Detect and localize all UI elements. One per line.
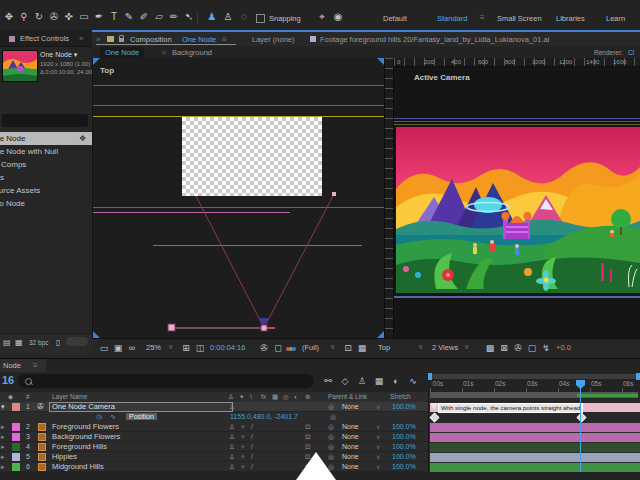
project-item[interactable]: Source Assets	[0, 184, 92, 197]
hide-shy-icon[interactable]: ♙	[356, 376, 368, 386]
view-layout-select[interactable]: 2 Views	[432, 343, 458, 352]
safe-margins-icon[interactable]: ⊞	[180, 343, 192, 353]
3d-switch[interactable]: ⊡	[305, 433, 310, 441]
pickwhip-icon[interactable]: ◎	[328, 443, 334, 451]
view-options-icon[interactable]: ⊠	[498, 343, 510, 353]
quality-switch[interactable]: /	[251, 453, 253, 460]
project-item[interactable]: One Node with Null	[0, 145, 92, 158]
parent-dropdown-arrow[interactable]: ∨	[376, 463, 380, 470]
primary-viewer-icon[interactable]: ▣	[112, 343, 124, 353]
resolution-select[interactable]: (Full)	[302, 343, 319, 352]
collapse-switch[interactable]: ✧	[240, 423, 245, 431]
layer-duration-bar[interactable]	[430, 443, 640, 452]
stretch-value[interactable]: 100.0%	[392, 463, 416, 470]
shy-switch[interactable]: ♙	[229, 463, 235, 471]
quality-icon[interactable]: \	[250, 393, 252, 400]
parent-select[interactable]: None	[342, 433, 359, 440]
layer-duration-bar[interactable]	[430, 423, 640, 432]
parent-dropdown-arrow[interactable]: ∨	[376, 453, 380, 460]
vertical-ruler[interactable]	[384, 58, 394, 338]
motion-blur-icon[interactable]: ◐	[390, 376, 402, 386]
layer-marker[interactable]	[430, 403, 438, 410]
timeline-search-input[interactable]	[18, 374, 314, 388]
layer-name-box[interactable]: One Node Camera	[49, 402, 233, 412]
stretch-value[interactable]: 100.0%	[392, 453, 416, 460]
parent-select[interactable]: None	[342, 463, 359, 470]
parent-dropdown-arrow[interactable]: ∨	[376, 433, 380, 440]
parent-select[interactable]: None	[342, 403, 359, 410]
layer-duration-bar[interactable]	[430, 433, 640, 442]
parent-select[interactable]: None	[342, 443, 359, 450]
pickwhip-icon[interactable]: ◎	[330, 413, 336, 421]
mask-visibility-icon[interactable]: ◫	[194, 343, 206, 353]
layer-row[interactable]: ▸6Midground Hills♙✧/⊡◎None∨100.0%	[0, 462, 428, 472]
pickwhip-icon[interactable]: ◎	[328, 403, 334, 411]
navigator-handle-right[interactable]	[636, 373, 640, 380]
layer-expand-arrow[interactable]: ▾	[1, 403, 5, 411]
layer-expand-arrow[interactable]: ▸	[1, 453, 5, 461]
quality-switch[interactable]: /	[251, 463, 253, 470]
collapse-switch[interactable]: ✧	[240, 453, 245, 461]
color-depth-label[interactable]: 32 bpc	[29, 339, 49, 346]
vr-view-icon[interactable]: ∞	[126, 343, 138, 353]
time-navigator[interactable]	[430, 374, 638, 379]
stretch-value[interactable]: 100.0%	[392, 403, 416, 410]
top-view[interactable]: Top	[93, 58, 384, 338]
parent-dropdown-arrow[interactable]: ∨	[376, 403, 380, 410]
fast-previews-icon[interactable]: ↯	[540, 343, 552, 353]
camera-frustum[interactable]	[93, 58, 384, 338]
column-stretch[interactable]: Stretch	[390, 393, 411, 400]
layer-label-color[interactable]	[12, 423, 20, 431]
magnification-dropdown-arrow[interactable]: ∨	[168, 343, 173, 351]
parent-select[interactable]: None	[342, 423, 359, 430]
3d-switch[interactable]: ⊡	[305, 443, 310, 451]
layer-expand-arrow[interactable]: ▸	[1, 423, 5, 431]
shared-views-icon[interactable]: ▩	[484, 343, 496, 353]
timeline-tab-label[interactable]: Node	[3, 361, 21, 370]
shy-icon[interactable]: ♙	[228, 393, 234, 401]
layer-label-color[interactable]	[12, 453, 20, 461]
stopwatch-icon[interactable]: ◷	[96, 413, 102, 421]
shy-switch[interactable]: ♙	[229, 453, 235, 461]
trash-icon[interactable]: ▯	[56, 338, 60, 348]
adjustment-layer-icon[interactable]: ◐	[294, 393, 298, 400]
collapse-switch[interactable]: ✧	[240, 433, 245, 441]
camera-wireframe-icon[interactable]: ✇	[512, 343, 524, 353]
parent-dropdown-arrow[interactable]: ∨	[376, 443, 380, 450]
layer-duration-bar[interactable]	[430, 463, 640, 472]
draft-3d-icon[interactable]: ◇	[339, 376, 351, 386]
column-layer-name[interactable]: Layer Name	[52, 393, 87, 400]
pixel-aspect-icon[interactable]: ▢	[526, 343, 538, 353]
timeline-timecode[interactable]: 16	[2, 374, 14, 386]
layer-expand-arrow[interactable]: ▸	[1, 463, 5, 471]
shy-switch[interactable]: ♙	[229, 423, 235, 431]
layer-label-color[interactable]	[12, 403, 20, 411]
exposure-value[interactable]: +0.0	[556, 343, 571, 352]
project-search-input[interactable]	[2, 114, 88, 127]
pickwhip-icon[interactable]: ◎	[328, 423, 334, 431]
comp-timecode[interactable]: 0:00:04:16	[210, 343, 245, 352]
channels-icon[interactable]	[286, 344, 295, 353]
graph-toggle-icon[interactable]: ∿	[110, 413, 116, 421]
project-item[interactable]: One Node❖	[0, 132, 92, 145]
property-row-position[interactable]	[0, 412, 428, 422]
motion-blur-icon[interactable]: ◎	[283, 393, 289, 401]
snapshot-icon[interactable]: ✇	[258, 343, 270, 353]
pickwhip-icon[interactable]: ◎	[328, 433, 334, 441]
render-pill[interactable]	[66, 337, 88, 346]
active-camera-view[interactable]: Active Camera	[394, 67, 640, 338]
frame-blending-icon[interactable]: ▦	[373, 376, 385, 386]
layer-duration-bar[interactable]	[430, 453, 640, 462]
shy-switch[interactable]: ♙	[229, 443, 235, 451]
marker-comment[interactable]: With single node, the camera points stra…	[438, 403, 583, 413]
project-item[interactable]: Hills	[0, 171, 92, 184]
project-item[interactable]: Two Node	[0, 197, 92, 210]
layer-label-color[interactable]	[12, 433, 20, 441]
project-item[interactable]: Bg Comps	[0, 158, 92, 171]
layer-expand-arrow[interactable]: ▸	[1, 443, 5, 451]
collapse-switch[interactable]: ✧	[240, 443, 245, 451]
stretch-value[interactable]: 100.0%	[392, 443, 416, 450]
playhead-line[interactable]	[580, 388, 581, 472]
position-value[interactable]: 1155.0,480.0, -2401.7	[230, 413, 298, 420]
interpret-footage-icon[interactable]: ▤	[3, 338, 11, 348]
